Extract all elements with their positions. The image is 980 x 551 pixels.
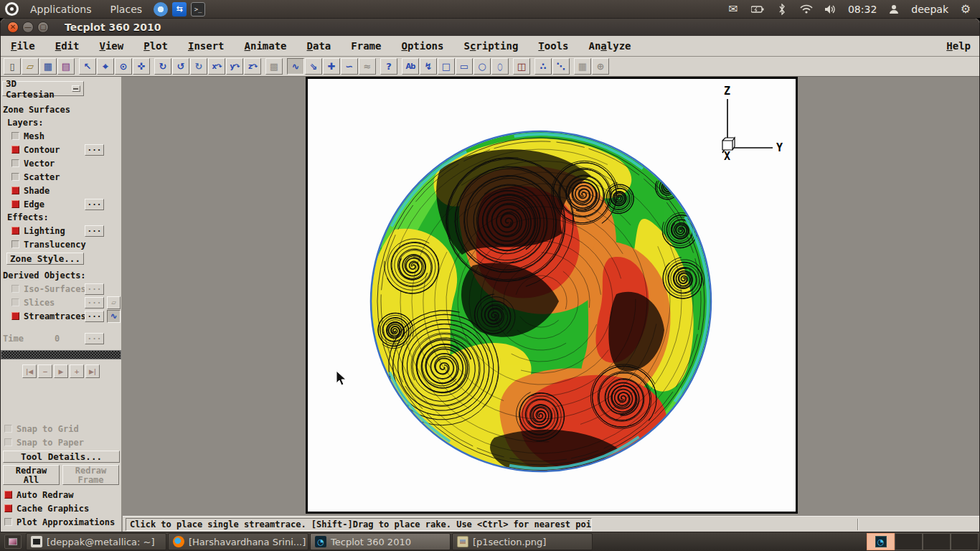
redraw-all-button[interactable]: Redraw All: [3, 465, 60, 485]
close-button[interactable]: ✕: [7, 22, 19, 33]
snap-to-grid-checkbox[interactable]: [4, 425, 12, 433]
lighting-options-button[interactable]: ...: [85, 225, 104, 237]
slice-tool-button[interactable]: ⇘: [305, 58, 322, 75]
rotate-z-tool-button[interactable]: z↷: [244, 58, 261, 75]
translucency-checkbox[interactable]: [11, 240, 19, 248]
taskbar-item-tecplot[interactable]: ◔Tecplot 360 2010: [310, 533, 451, 550]
menu-file[interactable]: File: [1, 40, 45, 52]
terminal-launcher-icon[interactable]: >_: [191, 2, 205, 17]
chromium-launcher-icon[interactable]: [154, 2, 168, 17]
plot-approximations-checkbox[interactable]: [4, 518, 12, 526]
menu-analyze[interactable]: Analyze: [579, 40, 641, 52]
lighting-checkbox[interactable]: [11, 227, 19, 235]
contour-checkbox[interactable]: [11, 146, 19, 154]
polyline-tool-button[interactable]: ↯: [420, 58, 437, 75]
mesh-checkbox[interactable]: [11, 132, 19, 140]
rotate-twist-tool-button[interactable]: ↺: [172, 58, 189, 75]
menu-edit[interactable]: Edit: [45, 40, 90, 52]
circle-tool-button[interactable]: ○: [473, 58, 491, 75]
new-file-button[interactable]: ▯: [4, 58, 21, 75]
clock[interactable]: 08:32: [848, 4, 877, 15]
snap-to-paper-checkbox[interactable]: [4, 438, 12, 446]
ellipse-tool-button[interactable]: ○: [491, 58, 509, 75]
connected-points-tool-button[interactable]: ⋱: [552, 58, 570, 75]
text-tool-button[interactable]: Ab: [402, 58, 419, 75]
ubuntu-logo-icon[interactable]: [4, 2, 19, 17]
streamtrace-contour-plot[interactable]: Z Y X: [308, 79, 796, 512]
auto-redraw-checkbox[interactable]: [4, 491, 12, 499]
bluetooth-icon[interactable]: [775, 2, 789, 17]
curve-tool-button[interactable]: ∽: [341, 58, 358, 75]
rotate-x-tool-button[interactable]: x↷: [208, 58, 225, 75]
scatter-checkbox[interactable]: [11, 173, 19, 181]
mail-icon[interactable]: ✉: [726, 2, 740, 17]
translate-tool-button[interactable]: ✜: [133, 58, 150, 75]
slices-checkbox[interactable]: [11, 298, 19, 306]
menu-help[interactable]: Help: [938, 40, 979, 52]
workspace-4[interactable]: [951, 533, 979, 550]
tool-details-button[interactable]: Tool Details...: [3, 451, 120, 463]
streamtraces-options-button[interactable]: ...: [85, 311, 104, 322]
print-button[interactable]: ▤: [57, 58, 75, 75]
menu-frame[interactable]: Frame: [341, 40, 391, 52]
menu-animate[interactable]: Animate: [235, 40, 297, 52]
workspace-2[interactable]: [895, 533, 923, 550]
workspace-3[interactable]: [923, 533, 951, 550]
taskbar-item-terminal[interactable]: [deppak@metallica: ~]: [26, 533, 166, 550]
places-menu[interactable]: Places: [103, 4, 150, 15]
battery-icon[interactable]: [750, 2, 765, 17]
slices-options-button[interactable]: ...: [85, 297, 104, 309]
frame-tool-button[interactable]: ◫: [513, 58, 530, 75]
extract-tool-button[interactable]: ≈: [359, 58, 376, 75]
edge-checkbox[interactable]: [11, 200, 19, 208]
workspace-1[interactable]: ◔: [867, 533, 895, 550]
vector-checkbox[interactable]: [11, 159, 19, 167]
open-file-button[interactable]: ▱: [22, 58, 39, 75]
rotate-sphere-tool-button[interactable]: ↻: [154, 58, 171, 75]
maximize-button[interactable]: ▢: [37, 22, 49, 33]
step-forward-button[interactable]: +: [70, 364, 84, 378]
streamtraces-checkbox[interactable]: [11, 312, 19, 320]
menu-options[interactable]: Options: [391, 40, 453, 52]
save-file-button[interactable]: ▦: [39, 58, 57, 75]
jump-start-button[interactable]: |◀: [22, 364, 37, 378]
edge-options-button[interactable]: ...: [85, 199, 104, 210]
rotate-y-tool-button[interactable]: y↷: [226, 58, 243, 75]
menu-data[interactable]: Data: [297, 40, 341, 52]
rectangle-tool-button[interactable]: ▭: [456, 58, 473, 75]
contour-add-tool-button[interactable]: ✚: [323, 58, 340, 75]
probe-tool-button[interactable]: ?: [380, 58, 397, 75]
zoom-tool-button[interactable]: ⊙: [115, 58, 132, 75]
menu-scripting[interactable]: Scripting: [453, 40, 528, 52]
applications-menu[interactable]: Applications: [23, 4, 99, 15]
cache-graphics-checkbox[interactable]: [4, 504, 12, 512]
step-back-button[interactable]: −: [38, 364, 52, 378]
iso-surfaces-checkbox[interactable]: [11, 285, 19, 293]
plot-mode-selector[interactable]: 3D Cartesian: [2, 81, 84, 96]
square-tool-button[interactable]: □: [438, 58, 455, 75]
plot-frame[interactable]: Z Y X: [306, 77, 798, 514]
menu-plot[interactable]: Plot: [133, 40, 178, 52]
redraw-frame-button[interactable]: Redraw Frame: [62, 465, 119, 485]
jump-end-button[interactable]: ▶|: [85, 364, 100, 378]
show-desktop-button[interactable]: [4, 534, 22, 549]
adjust-tool-button[interactable]: ⌖: [97, 58, 114, 75]
play-button[interactable]: ▶: [54, 364, 68, 378]
time-slider[interactable]: [1, 350, 121, 359]
iso-surfaces-options-button[interactable]: ...: [85, 283, 104, 295]
mesh-layer-tool-button[interactable]: ▩: [265, 58, 283, 75]
menu-insert[interactable]: Insert: [178, 40, 235, 52]
session-gear-icon[interactable]: ⚙: [958, 2, 973, 17]
teamviewer-launcher-icon[interactable]: ⇆: [172, 2, 187, 17]
scatter-points-tool-button[interactable]: ∴: [534, 58, 552, 75]
taskbar-item-image[interactable]: [p1section.png]: [452, 533, 593, 550]
workspace[interactable]: Z Y X: [123, 77, 979, 516]
slice-placement-tool-button[interactable]: ▱: [107, 296, 121, 309]
titlebar[interactable]: ✕ — ▢ Tecplot 360 2010: [1, 19, 979, 36]
taskbar-item-firefox[interactable]: [Harshavardhana Srini...]: [168, 533, 308, 550]
wifi-icon[interactable]: [799, 2, 814, 17]
grid-tool-button[interactable]: ▦: [574, 58, 591, 75]
select-tool-button[interactable]: ↖: [79, 58, 96, 75]
rotate-rollerball-tool-button[interactable]: ↻: [190, 58, 207, 75]
streamtrace-tool-button[interactable]: ∿: [287, 58, 304, 75]
